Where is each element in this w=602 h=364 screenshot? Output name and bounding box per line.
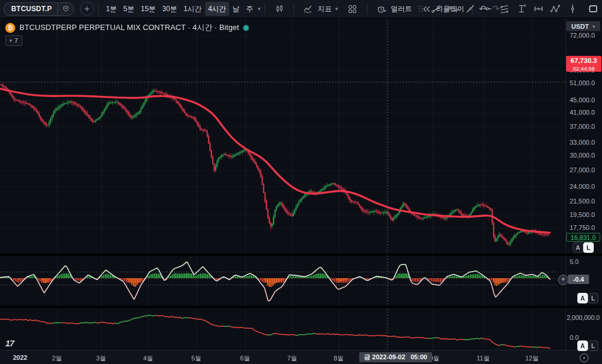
candles-icon	[273, 2, 286, 15]
toolbar-separator	[293, 4, 294, 14]
indicators-label: 지표	[317, 4, 332, 14]
plus-icon	[81, 2, 93, 15]
interval-button-1분[interactable]: 1분	[103, 2, 120, 16]
price-axis-label: 72,000.0	[570, 32, 595, 39]
crosshair-date-badge: 금 2022-09-02 05:00	[359, 352, 432, 362]
price-axis-label: 21,500.0	[570, 198, 595, 205]
price-axis-label: 30,000.0	[570, 152, 595, 159]
countdown-price-badge: 67,730.3 02:44:59	[566, 56, 601, 72]
chart-title: BTCUSDTPERP PERPETUAL MIX CONTRACT · 4시간…	[19, 22, 239, 33]
btc-logo-icon: ₿	[5, 23, 15, 33]
chevron-down-icon: ▾	[9, 38, 12, 44]
alert-button[interactable]: 얼러트	[372, 2, 416, 16]
drag-handle[interactable]	[419, 6, 423, 12]
currency-toggle-button[interactable]: USDT ▾	[566, 21, 600, 31]
pane-osc-l-button[interactable]: L	[588, 293, 598, 303]
chart-type-button[interactable]	[269, 2, 289, 16]
time-axis-label: 3월	[96, 354, 106, 363]
price-range-icon[interactable]	[532, 2, 545, 15]
interval-button-5분[interactable]: 5분	[121, 2, 138, 16]
interval-button-15분[interactable]: 15분	[138, 2, 159, 16]
indicator-count: 7	[15, 37, 18, 44]
toolbar-separator	[367, 4, 367, 14]
toolbar-separator	[98, 4, 99, 14]
pane-separator[interactable]	[0, 253, 602, 256]
symbol-button[interactable]: BTCUSDT.P	[4, 2, 58, 16]
pane-main-a-button[interactable]: A	[573, 242, 583, 253]
time-axis-label: 8월	[333, 354, 343, 363]
vol-scale-zero-label: 0.0	[570, 334, 578, 341]
interval-button-1시간[interactable]: 1시간	[180, 2, 205, 16]
market-status-icon	[243, 25, 249, 31]
price-axis-label: 27,000.0	[570, 166, 595, 173]
chart-canvas[interactable]	[0, 18, 566, 350]
price-axis-label: 51,000.0	[570, 79, 595, 86]
pane-separator[interactable]	[0, 306, 602, 308]
time-axis-label: 5월	[191, 354, 201, 363]
interval-button-주[interactable]: 주	[243, 2, 256, 16]
scale-reset-icon[interactable]	[580, 353, 588, 362]
indicator-templates-button[interactable]	[343, 2, 363, 16]
interval-button-4시간[interactable]: 4시간	[205, 2, 229, 16]
time-axis-label: 7월	[287, 354, 297, 363]
chevron-down-icon: ▾	[593, 24, 596, 29]
add-symbol-button[interactable]	[80, 2, 94, 16]
indicators-icon	[302, 2, 315, 15]
pane-vol-a-button[interactable]: A	[577, 340, 588, 351]
time-axis-label: 11월	[477, 354, 490, 363]
currency-label: USDT	[571, 23, 589, 30]
badge-price: 67,730.3	[566, 58, 601, 65]
chart-legend[interactable]: ₿ BTCUSDTPERP PERPETUAL MIX CONTRACT · 4…	[5, 22, 249, 33]
price-axis-label: 45,000.0	[570, 96, 595, 103]
price-axis-label: 33,000.0	[570, 139, 595, 146]
time-axis-label: 6월	[240, 354, 250, 363]
symbol-label: BTCUSDT.P	[11, 5, 52, 13]
price-axis-label: 37,000.0	[570, 123, 595, 130]
pane-main-l-button[interactable]: L	[583, 242, 594, 253]
trend-based-lines-icon[interactable]	[447, 2, 460, 15]
time-axis-label: 4월	[143, 354, 153, 363]
legend-collapse-chip[interactable]: ▾ 7	[5, 35, 22, 46]
pane-osc-a-button[interactable]: A	[577, 293, 588, 303]
price-axis-label: 19,500.0	[570, 211, 595, 218]
badge-countdown: 02:44:59	[566, 66, 601, 72]
flag-shield-icon	[59, 2, 72, 15]
ray-line-icon[interactable]	[464, 2, 477, 15]
price-axis-label: 24,000.0	[570, 183, 595, 190]
indicators-chevron-down-icon: ▾	[335, 6, 338, 12]
interval-button-날[interactable]: 날	[230, 2, 243, 16]
osc-value-badge: -0.4	[568, 275, 589, 284]
interval-button-30분[interactable]: 30분	[159, 2, 180, 16]
vertical-line-icon[interactable]	[566, 2, 579, 15]
interval-chevron-down-icon[interactable]: ▾	[258, 6, 261, 12]
time-axis[interactable]: 20222월3월4월5월6월7월8월10월11월12월 금 2022-09-02…	[0, 350, 602, 364]
osc-scale-label: 5.0	[570, 258, 578, 265]
tradingview-app: BTCUSDT.P 1분5분15분30분1시간4시간날주 ▾	[0, 0, 602, 364]
horizontal-line-icon[interactable]	[481, 2, 494, 15]
alarm-clock-icon	[375, 2, 388, 15]
vol-scale-top-label: 2,000,000.0	[567, 314, 600, 321]
alert-label: 얼러트	[391, 4, 412, 14]
last-price-badge: 16,831.0	[566, 233, 600, 242]
pane-vol-l-button[interactable]: L	[588, 340, 598, 351]
interval-group: 1분5분15분30분1시간4시간날주	[103, 2, 256, 16]
grid-templates-icon	[346, 2, 359, 15]
tradingview-logo[interactable]: 17	[5, 338, 14, 348]
parallel-channel-icon[interactable]	[498, 2, 511, 15]
time-axis-label: 2월	[52, 354, 62, 363]
price-axis-label: 17,750.0	[570, 224, 595, 231]
toolbar-separator	[265, 4, 265, 14]
add-alert-plus-icon[interactable]: +	[558, 275, 568, 285]
price-axis-label: 41,000.0	[570, 109, 595, 116]
time-axis-label: 12월	[525, 354, 539, 363]
flag-symbol-button[interactable]	[58, 2, 74, 16]
maximize-icon[interactable]	[587, 2, 600, 15]
indicators-button[interactable]: 지표 ▾	[298, 2, 342, 16]
time-axis-label: 2022	[13, 354, 27, 361]
drawing-toolbar	[419, 0, 600, 18]
xabcd-pattern-icon[interactable]	[549, 2, 562, 15]
trend-line-icon[interactable]	[430, 2, 443, 15]
long-position-icon[interactable]	[515, 2, 528, 15]
top-toolbar: BTCUSDT.P 1분5분15분30분1시간4시간날주 ▾	[0, 0, 602, 18]
